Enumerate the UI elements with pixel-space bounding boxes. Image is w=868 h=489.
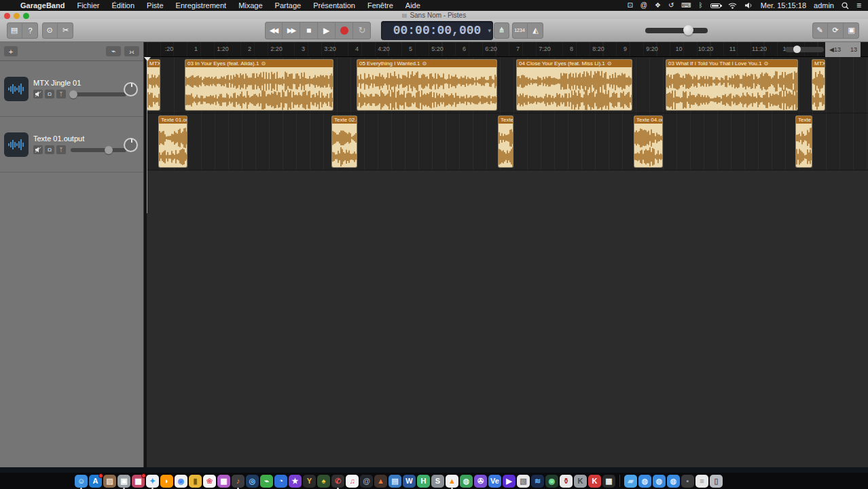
input-monitoring-button[interactable]: ᛉ — [56, 145, 66, 154]
dock-icon-word[interactable]: W — [403, 475, 416, 488]
menu-user[interactable]: admin — [814, 0, 834, 11]
solo-button[interactable]: Ω — [45, 90, 54, 98]
volume-icon[interactable] — [744, 2, 753, 9]
spotlight-icon[interactable] — [842, 2, 849, 10]
dock-icon-film-app[interactable]: ✇ — [474, 475, 487, 488]
record-button[interactable] — [336, 22, 353, 39]
dock-icon-car-app[interactable]: ⌁ — [260, 475, 273, 488]
display-icon[interactable]: ⊡ — [627, 0, 632, 11]
zoom-slider-thumb[interactable] — [793, 46, 801, 53]
audio-region[interactable]: Texte 01.ou — [158, 115, 187, 168]
track-name[interactable]: MTX Jingle 01 — [33, 79, 139, 87]
dock-icon-screenshot-app[interactable]: ▣ — [117, 475, 130, 488]
pan-knob[interactable] — [124, 138, 138, 152]
dock-icon-play-app[interactable]: ▶ — [503, 475, 516, 488]
lcd-display[interactable]: 00:00:00,000 ▾ — [381, 21, 493, 40]
lcd-chevron-icon[interactable]: ▾ — [488, 27, 491, 34]
mute-button[interactable] — [33, 90, 43, 98]
dock-icon-piano-app[interactable]: ▦ — [602, 475, 615, 488]
dock-icon-cocktail-app[interactable]: Y — [303, 475, 316, 488]
zoom-slider[interactable] — [785, 47, 824, 52]
dock-icon-safari[interactable]: ✦ — [146, 475, 159, 488]
notification-center-icon[interactable]: ≡ — [856, 0, 861, 11]
battery-icon[interactable] — [710, 3, 721, 8]
dock-icon-network-3[interactable]: ◍ — [667, 475, 680, 488]
dock-icon-dark-app[interactable]: ▪ — [681, 475, 694, 488]
dock-icon-h-app[interactable]: H — [417, 475, 430, 488]
track-lane-2[interactable]: Texte 01.ouTexte 02.oTexte 03Texte 04.ou… — [147, 113, 868, 170]
dock-icon-network-1[interactable]: ◍ — [638, 475, 651, 488]
dock-icon-star-app[interactable]: ★ — [289, 475, 302, 488]
track-volume-thumb[interactable] — [105, 146, 113, 154]
notepad-button[interactable]: ✎ — [812, 22, 828, 39]
mute-button[interactable] — [33, 145, 43, 154]
master-volume-slider[interactable] — [645, 28, 708, 33]
audio-region[interactable]: 05 Everything I Wanted.1⊙ — [357, 59, 497, 111]
window-title-bar[interactable]: ▤ Sans Nom - Pistes — [0, 11, 868, 19]
close-window-button[interactable] — [4, 13, 10, 19]
automation-button[interactable]: ⌁ — [106, 46, 121, 56]
track-lane-1[interactable]: MTX03 In Your Eyes (feat. Alida).1⊙05 Ev… — [147, 57, 868, 113]
zoom-window-button[interactable] — [23, 13, 29, 19]
dock-icon-box-app[interactable]: ▨ — [103, 475, 116, 488]
dock-icon-landscape-app[interactable]: ▤ — [388, 475, 401, 488]
menu-clock[interactable]: Mer. 15:15:18 — [761, 0, 806, 11]
menu-présentation[interactable]: Présentation — [313, 1, 355, 10]
media-browser-button[interactable]: ▣ — [844, 22, 859, 39]
dock-icon-chrome[interactable]: ◉ — [175, 475, 187, 488]
minimize-window-button[interactable] — [14, 13, 20, 19]
audio-region[interactable]: Texte 02.o — [331, 115, 357, 168]
track-header-2[interactable]: Texte 01.output Ω ᛉ — [0, 117, 143, 173]
dock-icon-red-k-app[interactable]: K — [588, 475, 601, 488]
dock-icon-lens-app[interactable]: ◉ — [545, 475, 558, 488]
quick-help-button[interactable]: ? — [22, 22, 38, 39]
menu-fichier[interactable]: Fichier — [77, 1, 99, 10]
dock-icon-fireplace-app[interactable]: ▲ — [374, 475, 387, 488]
pan-knob[interactable] — [124, 82, 138, 96]
input-source-icon[interactable]: ⌨ — [681, 0, 691, 11]
dropbox-icon[interactable]: ❖ — [655, 0, 661, 11]
library-button[interactable]: ▤ — [7, 22, 22, 39]
dock-icon-swirl-app[interactable]: ◔ — [274, 475, 287, 488]
loop-browser-button[interactable]: ⟳ — [828, 22, 844, 39]
dock-icon-pineapple-app[interactable]: ♠ — [317, 475, 330, 488]
menu-garageband[interactable]: GarageBand — [20, 1, 65, 10]
dock-icon-trash[interactable]: ▯ — [710, 475, 723, 488]
dock-icon-ve-app[interactable]: Ve — [488, 475, 501, 488]
dock-icon-spiral-app[interactable]: @ — [360, 475, 373, 488]
dock-icon-photos[interactable]: ❀ — [203, 475, 216, 488]
track-volume-slider[interactable] — [71, 92, 126, 96]
dock-icon-globe-app[interactable]: ◍ — [460, 475, 473, 488]
menu-piste[interactable]: Piste — [147, 1, 163, 10]
dock-icon-wifi-app[interactable]: ≋ — [531, 475, 544, 488]
menu-partage[interactable]: Partage — [275, 1, 302, 10]
dock-icon-audio-app[interactable]: ◎ — [246, 475, 259, 488]
smart-controls-button[interactable]: ⊙ — [42, 22, 58, 39]
audio-region[interactable]: Texte 04.out — [634, 115, 663, 168]
dock-icon-folder[interactable]: ▰ — [624, 475, 637, 488]
menu-édition[interactable]: Édition — [111, 1, 134, 10]
menu-enregistrement[interactable]: Enregistrement — [176, 1, 227, 10]
rewind-button[interactable]: ◀◀ — [265, 22, 283, 39]
project-end-marker[interactable]: ◀13 — [829, 46, 841, 53]
dock-icon-photo-app[interactable]: ▩ — [132, 475, 145, 488]
wifi-icon[interactable] — [728, 2, 737, 9]
dock-icon-bottle-app[interactable]: ⚱ — [560, 475, 573, 488]
at-icon[interactable]: @ — [640, 0, 647, 11]
audio-region[interactable]: 03 What If I Told You That I Love You.1⊙ — [666, 59, 798, 111]
dock-icon-collage-app[interactable]: ▦ — [217, 475, 230, 488]
audio-region[interactable]: Texte — [795, 115, 812, 168]
count-in-button[interactable]: 1234 — [512, 22, 528, 39]
audio-region[interactable]: MTX — [812, 59, 825, 111]
track-header-1[interactable]: MTX Jingle 01 Ω ᛉ — [0, 61, 143, 117]
stop-button[interactable]: ■ — [300, 22, 318, 39]
dock-icon-finder[interactable]: ☺ — [75, 475, 88, 488]
dock-icon-documents-stack[interactable]: ≡ — [695, 475, 708, 488]
tuner-button[interactable]: ⋔ — [494, 22, 509, 39]
editors-button[interactable]: ✂ — [58, 22, 73, 39]
timeline-area[interactable]: :2011:2022:2033:2044:2055:2066:2077:2088… — [144, 42, 868, 467]
catch-playhead-button[interactable]: ›‹ — [124, 46, 139, 56]
menu-fenêtre[interactable]: Fenêtre — [367, 1, 393, 10]
menu-aide[interactable]: Aide — [405, 1, 420, 10]
dock-icon-app-store[interactable]: A — [89, 475, 102, 488]
